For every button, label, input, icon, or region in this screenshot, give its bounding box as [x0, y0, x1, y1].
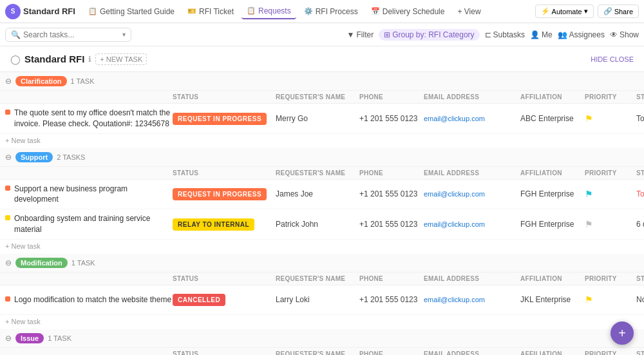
automate-button[interactable]: ⚡ Automate ▾	[535, 5, 594, 18]
filter-icon: ▼	[347, 30, 355, 39]
col-header-phone: PHONE	[359, 93, 424, 101]
collapse-button-support[interactable]: ⊖	[5, 153, 12, 162]
col-header-phone: PHONE	[359, 169, 424, 177]
toolbar-right: ▼ Filter ⊞ Group by: RFI Category ⊏ Subt…	[347, 29, 639, 41]
category-badge-support: Support	[15, 152, 53, 162]
show-button[interactable]: 👁 Show	[610, 30, 639, 39]
add-icon: +	[618, 326, 626, 341]
col-header-email-address: EMAIL ADDRESS	[424, 169, 520, 177]
add-task-inline[interactable]: + New task	[0, 240, 644, 253]
phone-cell: +1 201 555 0123	[359, 189, 424, 198]
tab-requests[interactable]: 📋 Requests	[242, 4, 296, 19]
col-header-email-address: EMAIL ADDRESS	[424, 350, 520, 355]
task-row: Support a new business program developme…	[0, 180, 644, 210]
status-badge[interactable]: REQUEST IN PROGRESS	[173, 113, 267, 125]
status-badge[interactable]: RELAY TO INTERNAL	[173, 218, 254, 231]
start-date-cell: Tomorrow	[636, 114, 644, 123]
assignees-button[interactable]: 👥 Assignees	[558, 30, 605, 39]
search-icon: 🔍	[11, 30, 21, 39]
priority-cell: ⚑	[585, 294, 636, 305]
phone-cell: +1 201 555 0123	[359, 220, 424, 229]
affiliation-cell: JKL Enterprise	[520, 295, 585, 304]
col-header-priority: PRIORITY	[585, 93, 636, 101]
email-cell: email@clickup.com	[424, 296, 520, 303]
task-count-issue: 1 TASK	[48, 334, 71, 342]
affiliation-cell: FGH Enterprise	[520, 220, 585, 229]
affiliation-cell: ABC Enterprise	[520, 114, 585, 123]
show-icon: 👁	[610, 30, 618, 39]
tab-icon-getting-started: 📋	[88, 7, 97, 15]
group-by-button[interactable]: ⊞ Group by: RFI Category	[379, 29, 479, 41]
affiliation-cell: FGH Enterprise	[520, 189, 585, 198]
page-header: ◯ Standard RFI ℹ + NEW TASK HIDE CLOSE	[0, 46, 644, 72]
col-header-start-date: START DATE	[636, 169, 644, 177]
tab-rfi-process[interactable]: ⚙️ RFI Process	[299, 5, 363, 19]
col-header-affiliation: AFFILIATION	[520, 93, 585, 101]
requester-cell: Patrick John	[276, 220, 359, 229]
task-name-cell: Logo modification to match the website t…	[5, 294, 173, 305]
task-color-dot	[5, 110, 10, 115]
col-header-status: STATUS	[173, 350, 276, 355]
toolbar: 🔍 ▾ ▼ Filter ⊞ Group by: RFI Category ⊏ …	[0, 23, 644, 46]
task-text: Support a new business program developme…	[14, 184, 173, 206]
share-icon: 🔗	[603, 7, 612, 15]
filter-button[interactable]: ▼ Filter	[347, 30, 374, 39]
start-date-cell: Today	[636, 189, 644, 198]
column-headers: STATUSREQUESTER'S NAMEPHONEEMAIL ADDRESS…	[0, 273, 644, 285]
col-header-affiliation: AFFILIATION	[520, 350, 585, 355]
back-button[interactable]: ◯	[10, 54, 21, 64]
category-header-issue: ⊖ Issue 1 TASK	[0, 329, 644, 348]
start-date-cell: 6 days ago	[636, 220, 644, 229]
tab-icon-rfi-ticket: 🎫	[187, 7, 196, 15]
task-color-dot	[5, 296, 10, 302]
priority-cell: ⚑	[585, 113, 636, 124]
col-header-affiliation: AFFILIATION	[520, 275, 585, 282]
collapse-button-modification[interactable]: ⊖	[5, 258, 12, 267]
add-task-inline[interactable]: + New task	[0, 134, 644, 147]
nav-right: ⚡ Automate ▾ 🔗 Share	[535, 5, 639, 18]
requester-cell: James Joe	[276, 189, 359, 198]
tab-rfi-ticket[interactable]: 🎫 RFI Ticket	[182, 5, 239, 19]
task-status-cell[interactable]: REQUEST IN PROGRESS	[173, 114, 276, 123]
top-nav: S Standard RFI 📋 Getting Started Guide 🎫…	[0, 0, 644, 23]
tab-getting-started[interactable]: 📋 Getting Started Guide	[83, 5, 180, 19]
search-input[interactable]	[23, 30, 120, 39]
add-task-fab[interactable]: +	[611, 321, 634, 345]
collapse-button-clarification[interactable]: ⊖	[5, 77, 12, 86]
col-header-requester-s-name: REQUESTER'S NAME	[276, 93, 359, 101]
add-task-inline[interactable]: + New task	[0, 315, 644, 328]
priority-flag-icon: ⚑	[585, 113, 593, 124]
col-header-phone: PHONE	[359, 350, 424, 355]
status-badge[interactable]: REQUEST IN PROGRESS	[173, 188, 267, 200]
group-icon: ⊞	[384, 30, 390, 39]
category-badge-clarification: Clarification	[15, 76, 67, 86]
page-title: Standard RFI	[24, 53, 84, 64]
start-date-cell: Nov 14	[636, 295, 644, 304]
task-status-cell[interactable]: REQUEST IN PROGRESS	[173, 189, 276, 198]
hide-close-button[interactable]: HIDE CLOSE	[591, 55, 634, 63]
task-status-cell[interactable]: RELAY TO INTERNAL	[173, 220, 276, 229]
subtasks-button[interactable]: ⊏ Subtasks	[485, 30, 525, 39]
col-header-requester-s-name: REQUESTER'S NAME	[276, 275, 359, 282]
task-status-cell[interactable]: CANCELLED	[173, 295, 276, 304]
task-name-cell: Onboarding system and training service m…	[5, 213, 173, 235]
category-section-clarification: ⊖ Clarification 1 TASK STATUSREQUESTER'S…	[0, 72, 644, 147]
column-headers: STATUSREQUESTER'S NAMEPHONEEMAIL ADDRESS…	[0, 348, 644, 355]
collapse-button-issue[interactable]: ⊖	[5, 334, 12, 343]
tab-delivery-schedule[interactable]: 📅 Delivery Schedule	[366, 5, 450, 19]
nav-logo: S	[5, 4, 21, 19]
task-name-cell: The quote sent to my office doesn't matc…	[5, 108, 173, 130]
status-badge[interactable]: CANCELLED	[173, 294, 225, 306]
automate-icon: ⚡	[541, 7, 550, 15]
tab-view-add[interactable]: + View	[452, 5, 486, 19]
category-header-clarification: ⊖ Clarification 1 TASK	[0, 72, 644, 91]
me-button[interactable]: 👤 Me	[530, 30, 553, 39]
new-task-header-button[interactable]: + NEW TASK	[95, 53, 147, 65]
phone-cell: +1 201 555 0123	[359, 114, 424, 123]
nav-title: Standard RFI	[23, 6, 75, 16]
col-header-status: STATUS	[173, 169, 276, 177]
search-box[interactable]: 🔍 ▾	[5, 28, 131, 42]
me-icon: 👤	[530, 30, 540, 39]
task-color-dot	[5, 186, 10, 191]
share-button[interactable]: 🔗 Share	[598, 5, 639, 18]
